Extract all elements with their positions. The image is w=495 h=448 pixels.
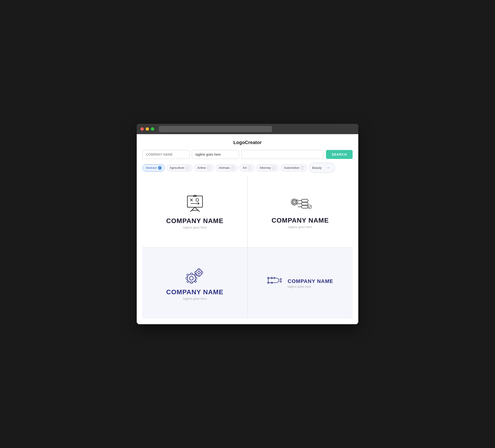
svg-line-2 (195, 207, 200, 212)
svg-rect-15 (291, 199, 293, 201)
check-icon-art: ✓ (248, 166, 251, 170)
logo-1-tagline: tagline goes here (183, 226, 207, 229)
svg-rect-29 (191, 282, 192, 283)
svg-rect-24 (302, 205, 308, 208)
category-chip-agriculture[interactable]: Agriculture ✓ (167, 164, 192, 171)
check-icon-automotive: ✓ (300, 166, 304, 170)
svg-point-10 (293, 201, 296, 203)
svg-rect-0 (187, 196, 203, 207)
svg-rect-41 (201, 272, 203, 274)
logo-icon-1 (186, 195, 204, 213)
svg-rect-13 (291, 201, 292, 203)
svg-rect-31 (195, 277, 197, 279)
close-button[interactable] (140, 127, 144, 131)
logo-icon-3 (184, 266, 206, 285)
logo-4-tagline: tagline goes here (288, 285, 333, 288)
tagline-input[interactable] (192, 150, 239, 159)
svg-rect-17 (291, 203, 293, 204)
category-chip-attorney[interactable]: Attorney ✓ (256, 164, 279, 171)
category-label: Airline (197, 166, 206, 169)
next-arrow-icon[interactable]: → (324, 164, 332, 171)
category-label: Abstract (145, 166, 157, 169)
svg-rect-30 (186, 277, 188, 279)
check-icon-abstract: ✓ (158, 166, 162, 170)
svg-rect-12 (294, 204, 295, 205)
category-chip-art[interactable]: Art ✓ (239, 164, 255, 171)
category-chip-animals[interactable]: Animals ✓ (216, 164, 238, 171)
logo-1-company-name: COMPANY NAME (166, 217, 223, 225)
svg-rect-11 (294, 199, 295, 200)
category-label: Art (243, 166, 247, 169)
logo-3-company-name: COMPANY NAME (166, 288, 223, 296)
svg-point-51 (280, 279, 281, 280)
svg-rect-34 (186, 280, 189, 283)
logo-2-tagline: tagline goes here (289, 225, 312, 229)
logo-2-company-name: COMPANY NAME (272, 217, 329, 224)
svg-rect-14 (297, 201, 298, 203)
check-icon-attorney: ✓ (272, 166, 276, 170)
check-icon-agriculture: ✓ (186, 166, 189, 170)
svg-point-25 (308, 205, 312, 209)
logos-grid: COMPANY NAME tagline goes here (142, 177, 353, 319)
category-chip-automotive[interactable]: Automotive ✓ (281, 164, 307, 171)
maximize-button[interactable] (151, 127, 154, 131)
logo-card-1[interactable]: COMPANY NAME tagline goes here (142, 177, 247, 247)
svg-point-52 (280, 281, 281, 282)
logo-icon-4 (267, 273, 285, 290)
check-icon-airline: ✓ (207, 166, 211, 170)
category-label: Animals (219, 166, 230, 169)
svg-point-37 (198, 271, 200, 274)
svg-rect-38 (198, 268, 200, 270)
category-label: Attorney (260, 166, 271, 169)
browser-titlebar (137, 124, 358, 134)
category-label: Beauty (312, 166, 321, 169)
svg-rect-23 (302, 202, 308, 205)
svg-rect-28 (191, 273, 192, 275)
address-bar[interactable] (159, 126, 272, 132)
logo-icon-2 (289, 196, 312, 213)
search-button[interactable]: SEARCH (326, 150, 353, 159)
logo-3-tagline: tagline goes here (183, 297, 207, 300)
logo-4-company-name: COMPANY NAME (288, 278, 333, 284)
category-chip-airline[interactable]: Airline ✓ (194, 164, 214, 171)
company-name-input[interactable] (142, 150, 190, 159)
svg-line-1 (190, 207, 195, 212)
app-container: LogoCreator SEARCH Abstract ✓ Agricultur… (137, 134, 358, 324)
categories-row: Abstract ✓ Agriculture ✓ Airline ✓ Anima… (142, 163, 353, 173)
logo-4-text-group: COMPANY NAME tagline goes here (288, 278, 333, 288)
logo-card-4[interactable]: COMPANY NAME tagline goes here (248, 248, 353, 319)
svg-point-7 (196, 198, 199, 201)
app-title: LogoCreator (142, 140, 353, 145)
check-icon-animals: ✓ (231, 166, 234, 170)
logo-card-2[interactable]: COMPANY NAME tagline goes here (248, 177, 353, 247)
svg-rect-39 (198, 275, 200, 277)
logo-card-3[interactable]: COMPANY NAME tagline goes here (142, 248, 247, 319)
browser-window: LogoCreator SEARCH Abstract ✓ Agricultur… (137, 124, 358, 324)
category-label: Automotive (284, 166, 299, 169)
category-chip-beauty[interactable]: Beauty → (309, 163, 335, 173)
extra-input[interactable] (241, 150, 324, 159)
category-label: Agriculture (170, 166, 184, 169)
svg-rect-22 (302, 199, 308, 202)
svg-rect-40 (195, 272, 196, 274)
logo-4-inline-layout: COMPANY NAME tagline goes here (267, 273, 333, 293)
svg-point-27 (190, 276, 193, 280)
search-row: SEARCH (142, 150, 353, 159)
minimize-button[interactable] (146, 127, 149, 131)
svg-rect-32 (186, 274, 189, 276)
category-chip-abstract[interactable]: Abstract ✓ (142, 164, 165, 171)
